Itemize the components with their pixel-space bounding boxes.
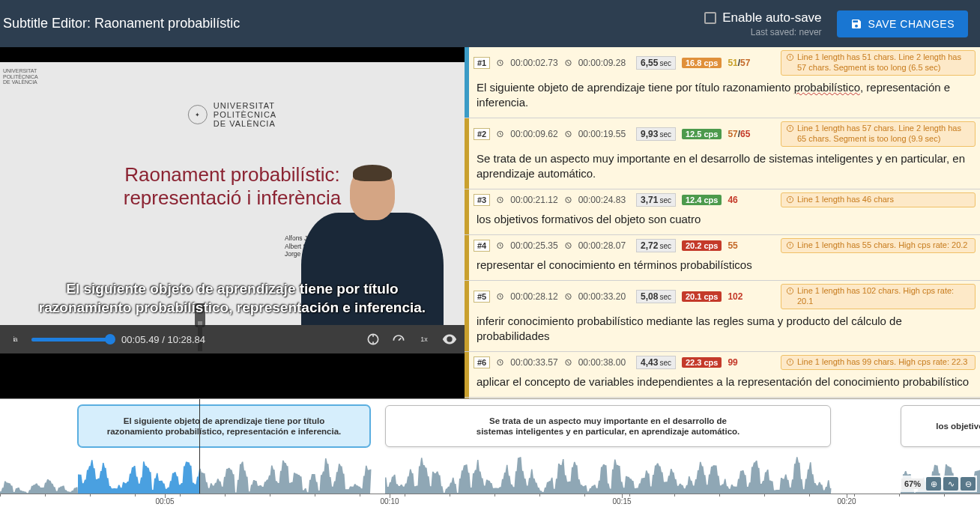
duration-badge: 4,43sec xyxy=(636,356,676,369)
ruler-tick-label: 00:10 xyxy=(380,497,399,506)
clock-start-icon xyxy=(496,195,504,204)
subtitle-overlay: El siguiente objeto de aprendizaje tiene… xyxy=(18,279,447,318)
time-display: 00:05.49 / 10:28.84 xyxy=(121,334,205,345)
ruler-tick-label: 00:05 xyxy=(155,497,174,506)
segment-text[interactable]: aplicar el concepto de variables indepen… xyxy=(469,373,980,397)
end-time: 00:00:19.55 xyxy=(578,129,626,139)
clock-end-icon xyxy=(564,241,572,249)
video-frame[interactable]: UNIVERSITAT POLITÈCNICA DE VALÈNCIA ✦ UN… xyxy=(0,62,465,353)
cps-badge: 22.3 cps xyxy=(682,357,722,368)
timeline-ruler: 00:0500:1000:1500:20 xyxy=(0,494,980,507)
end-time: 00:00:24.83 xyxy=(578,195,626,205)
start-time: 00:00:09.62 xyxy=(510,129,557,139)
clock-end-icon xyxy=(564,358,572,366)
zoom-in-button[interactable]: ⊕ xyxy=(926,477,941,491)
end-time: 00:00:09.28 xyxy=(578,58,626,68)
clock-end-icon xyxy=(564,130,572,138)
timeline-segment-2[interactable]: Se trata de un aspecto muy importante en… xyxy=(385,405,831,447)
char-count: 55 xyxy=(728,240,737,251)
segment-warning: Line 1 length has 46 chars xyxy=(781,192,976,207)
segment-text[interactable]: Se trata de un aspecto muy importante en… xyxy=(469,150,980,189)
segment-row[interactable]: #4 00:00:25.35 00:00:28.07 2,72sec 20.2 … xyxy=(465,235,980,281)
segment-id: #1 xyxy=(474,57,490,69)
timeline-segment-3[interactable]: los objetivos forma xyxy=(901,405,980,447)
start-time: 00:00:33.57 xyxy=(510,357,557,368)
header-actions: Enable auto-save Last saved: never SAVE … xyxy=(704,10,968,37)
checkbox-icon[interactable] xyxy=(704,12,716,24)
cps-badge: 12.4 cps xyxy=(682,195,722,205)
end-time: 00:00:28.07 xyxy=(578,240,626,251)
cps-badge: 12.5 cps xyxy=(682,129,722,139)
speed-value[interactable]: 1x xyxy=(415,330,433,348)
segment-warning: Line 1 length has 51 chars. Line 2 lengt… xyxy=(781,50,976,76)
ruler-tick-label: 00:20 xyxy=(837,497,856,506)
warning-icon xyxy=(786,124,794,133)
video-controls: ia 00:05.49 / 10:28.84 1x xyxy=(0,325,465,353)
warning-icon xyxy=(786,195,794,204)
header: Subtitle Editor: Raonament probabilístic… xyxy=(0,0,980,47)
start-time: 00:00:28.12 xyxy=(510,291,557,302)
zoom-value: 67% xyxy=(901,479,924,489)
segment-row[interactable]: #6 00:00:33.57 00:00:38.00 4,43sec 22.3 … xyxy=(465,352,980,398)
warning-icon xyxy=(786,287,794,295)
video-pane: UNIVERSITAT POLITÈCNICA DE VALÈNCIA ✦ UN… xyxy=(0,47,465,398)
progress-slider[interactable] xyxy=(31,338,114,341)
segment-id: #3 xyxy=(474,194,490,206)
segment-text[interactable]: representar el conocimiento en términos … xyxy=(469,256,980,280)
cps-badge: 20.2 cps xyxy=(682,240,722,251)
timeline-tools: 67% ⊕ ∿ ⊖ xyxy=(900,476,977,492)
duration-badge: 6,55sec xyxy=(636,56,676,70)
duration-badge: 3,71sec xyxy=(636,193,676,207)
segment-row[interactable]: #3 00:00:21.12 00:00:24.83 3,71sec 12.4 … xyxy=(465,189,980,235)
timeline[interactable]: El siguiente objeto de aprendizaje tiene… xyxy=(0,398,980,507)
segment-row[interactable]: #1 00:00:02.73 00:00:09.28 6,55sec 16.8 … xyxy=(465,47,980,118)
save-button[interactable]: SAVE CHANGES xyxy=(837,10,968,37)
start-time: 00:00:25.35 xyxy=(510,240,557,251)
save-icon xyxy=(850,18,862,30)
segment-text[interactable]: inferir conocimiento probabilístico medi… xyxy=(469,312,980,352)
char-count: 99 xyxy=(728,357,737,368)
play-button[interactable]: ia xyxy=(6,330,24,348)
segment-row[interactable]: #5 00:00:28.12 00:00:33.20 5,08sec 20.1 … xyxy=(465,281,980,352)
warning-icon xyxy=(786,358,794,366)
playhead[interactable] xyxy=(199,399,200,494)
segment-warning: Line 1 length has 57 chars. Line 2 lengt… xyxy=(781,121,976,147)
timeline-segment-1[interactable]: El siguiente objeto de aprendizaje tiene… xyxy=(78,405,370,447)
start-time: 00:00:21.12 xyxy=(510,195,557,205)
captions-icon[interactable] xyxy=(364,330,382,348)
segments-pane[interactable]: #1 00:00:02.73 00:00:09.28 6,55sec 16.8 … xyxy=(465,47,980,398)
char-count: 46 xyxy=(728,195,737,205)
waveform[interactable] xyxy=(0,450,980,494)
segment-warning: Line 1 length has 102 chars. High cps ra… xyxy=(781,284,976,309)
segment-text[interactable]: El siguiente objeto de aprendizaje tiene… xyxy=(469,79,980,118)
clock-end-icon xyxy=(564,58,572,67)
last-saved-text: Last saved: never xyxy=(751,27,822,37)
save-button-label: SAVE CHANGES xyxy=(868,18,955,30)
segment-id: #2 xyxy=(474,128,490,140)
warning-icon xyxy=(786,53,794,61)
segment-text[interactable]: los objetivos formativos del objeto son … xyxy=(469,210,980,234)
zoom-out-button[interactable]: ⊖ xyxy=(961,477,976,491)
visibility-icon[interactable] xyxy=(441,330,459,348)
cps-badge: 16.8 cps xyxy=(682,58,722,68)
end-time: 00:00:38.00 xyxy=(578,357,626,368)
timeline-segments: El siguiente objeto de aprendizaje tiene… xyxy=(0,405,980,449)
char-count: 57/65 xyxy=(728,129,750,139)
char-count: 51/57 xyxy=(728,58,750,68)
speed-icon[interactable] xyxy=(390,330,408,348)
university-logo: ✦ UNIVERSITAT POLITÈCNICA DE VALÈNCIA xyxy=(188,101,276,128)
autosave-toggle[interactable]: Enable auto-save xyxy=(704,10,821,25)
segment-id: #5 xyxy=(474,291,490,303)
segment-id: #4 xyxy=(474,240,490,252)
waveform-toggle-button[interactable]: ∿ xyxy=(943,477,958,491)
crest-icon: ✦ xyxy=(188,105,208,124)
segment-warning: Line 1 length has 55 chars. High cps rat… xyxy=(781,238,976,253)
page-title: Subtitle Editor: Raonament probabilístic xyxy=(0,16,240,31)
warning-icon xyxy=(786,241,794,249)
char-count: 102 xyxy=(728,291,742,302)
duration-badge: 5,08sec xyxy=(636,290,676,303)
autosave-block: Enable auto-save Last saved: never xyxy=(704,10,821,37)
main: UNIVERSITAT POLITÈCNICA DE VALÈNCIA ✦ UN… xyxy=(0,47,980,398)
segment-row[interactable]: #2 00:00:09.62 00:00:19.55 9,93sec 12.5 … xyxy=(465,118,980,189)
start-time: 00:00:02.73 xyxy=(510,58,557,68)
